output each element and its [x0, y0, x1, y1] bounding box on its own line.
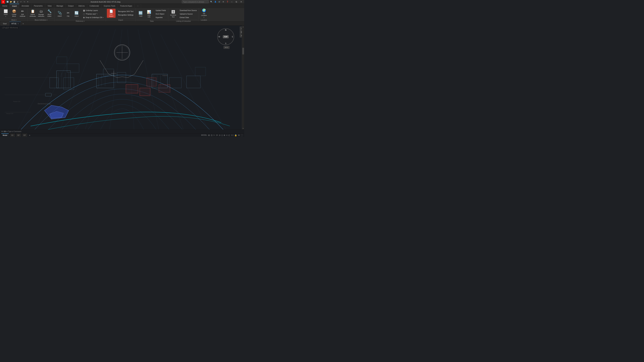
doc-tab-ht01[interactable]: HT-01 ✕	[9, 22, 21, 26]
doc-tab-ht01-close[interactable]: ✕	[18, 23, 19, 25]
command-input[interactable]	[8, 131, 243, 132]
tab-insert[interactable]: Insert	[10, 4, 19, 8]
insert-dropdown[interactable]: ▾	[5, 16, 6, 17]
undo-btn[interactable]: ↩	[20, 0, 22, 3]
doc-tab-ht01-label: HT-01	[12, 23, 16, 25]
data-link-icon: 📊	[147, 10, 151, 14]
scroll-down-btn[interactable]: ▼	[242, 127, 244, 130]
tab-output[interactable]: Output	[66, 4, 76, 8]
titlebar-left: A 🆕 📂 💾 🖨 ↩ ↪ ▾	[1, 0, 29, 4]
snap-label: Snap to Underlays ON	[86, 16, 102, 18]
help-icon[interactable]: ❓	[226, 0, 229, 3]
frames-vary-btn[interactable]: ⬚ *Frames vary* ▾	[82, 12, 105, 15]
tab-manage[interactable]: Manage	[54, 4, 66, 8]
scroll-thumb[interactable]	[242, 48, 244, 54]
polar-icon[interactable]: ⟳	[216, 134, 218, 136]
define-attr-button[interactable]: 📋 DefineAttributes	[29, 9, 37, 18]
lock-icon[interactable]: 🔒	[234, 134, 237, 136]
tab-more[interactable]: ···	[135, 4, 141, 8]
settings-icon[interactable]: ⚙	[222, 0, 225, 3]
ole-object-label: OLE Object	[156, 13, 164, 15]
customize-btn[interactable]: ▾	[26, 0, 29, 3]
search-icon[interactable]: 🔍	[210, 0, 213, 3]
tab-view[interactable]: View	[45, 4, 54, 8]
redo-btn[interactable]: ↪	[23, 0, 26, 3]
tab-annotate[interactable]: Annotate	[19, 4, 32, 8]
search-input[interactable]	[182, 0, 209, 3]
l1-tab[interactable]: L1	[10, 133, 15, 137]
tab-collaborate[interactable]: Collaborate	[87, 4, 102, 8]
linking-extra-col: Download from Source Upload to Source Ex…	[179, 9, 198, 19]
snap-icon[interactable]: ⊡	[211, 134, 212, 136]
insert-button[interactable]: ⬜ Insert ▾	[2, 9, 10, 18]
extract-data-btn[interactable]: Extract Data	[179, 16, 198, 19]
snap-icon: ⊕	[83, 16, 85, 19]
location-dropdown[interactable]: ▾	[204, 16, 204, 18]
model-tab[interactable]: Model	[1, 133, 9, 137]
restore-btn[interactable]: ⧉	[235, 0, 238, 3]
set-location-button[interactable]: 🌍 SetLocation ▾	[200, 9, 208, 18]
ribbon-group-linking-items: 🅰 CombineText Download from Source Uploa…	[169, 8, 198, 20]
ref-group-arrow[interactable]: ▾	[84, 20, 85, 22]
adjust-button[interactable]: 🔄 Adjust	[72, 9, 80, 18]
tab-parametric[interactable]: Parametric	[32, 4, 45, 8]
update-fields-btn[interactable]: Update Fields	[155, 9, 167, 12]
attach-button[interactable]: 📎 Attach	[56, 9, 64, 18]
save-btn[interactable]: 💾	[13, 0, 16, 3]
doc-tab-add[interactable]: +	[21, 22, 25, 25]
tab-express[interactable]: Express Tools	[102, 4, 118, 8]
tab-addins[interactable]: Add-ins	[76, 4, 87, 8]
block-editor-button[interactable]: 🔧 BlockEditor	[46, 9, 54, 18]
pdf-label: PDFImport	[109, 13, 113, 17]
create-block-button[interactable]: 📦 CreateBlock	[10, 9, 18, 18]
pdf-import-button[interactable]: 📄 PDFImport	[107, 9, 116, 18]
ortho-icon[interactable]: ⊢	[214, 134, 215, 136]
clip-label: Clip	[67, 15, 70, 17]
close-btn[interactable]: ✕	[240, 0, 243, 3]
plot-btn[interactable]: 🖨	[16, 0, 19, 3]
wcs-button[interactable]: WCS	[224, 46, 230, 49]
osnap-icon[interactable]: ⊙	[219, 134, 220, 136]
snap-underlays-btn[interactable]: ⊕ Snap to Underlays ON ▾	[82, 16, 105, 19]
otrack-icon[interactable]: ⟠	[222, 134, 222, 136]
l2-tab[interactable]: L2	[16, 133, 21, 137]
dyn-icon[interactable]: ⊕	[224, 134, 225, 136]
grid-icon[interactable]: ⊞	[208, 134, 210, 136]
fullscreen-icon[interactable]: ⛶	[241, 134, 243, 136]
recognition-settings-btn[interactable]: Recognition Settings	[117, 13, 134, 17]
new-btn[interactable]: 🆕	[6, 0, 9, 3]
settings-status-icon[interactable]: ⚙	[238, 134, 240, 136]
add-layout-btn[interactable]: +	[28, 134, 31, 137]
field-button[interactable]: 🔤 Field	[137, 9, 145, 18]
ole-object-btn[interactable]: OLE Object	[155, 12, 167, 15]
underlay-layers-btn[interactable]: ▦ Underlay Layers	[82, 9, 105, 12]
download-source-btn[interactable]: Download from Source	[179, 9, 198, 12]
account-icon[interactable]: 👤	[214, 0, 217, 3]
recognize-shx-btn[interactable]: Recognize SHX Text	[117, 10, 134, 13]
data-link-button[interactable]: 📊 DataLink	[145, 9, 153, 18]
hyperlink-label: Hyperlink	[156, 16, 163, 18]
scroll-up-btn[interactable]: ▲	[242, 26, 244, 28]
upload-source-btn[interactable]: Upload to Source	[179, 12, 198, 15]
block-group-arrow[interactable]: ▾	[16, 19, 17, 21]
l3-tab[interactable]: L3	[22, 133, 27, 137]
clip-button[interactable]: ✂ Clip	[64, 9, 72, 18]
combine-text-button[interactable]: 🅰 CombineText	[169, 9, 177, 18]
doc-tab-start[interactable]: Start	[1, 22, 9, 26]
minimize-btn[interactable]: ─	[230, 0, 234, 3]
ribbon-content: ⬜ Insert ▾ 📦 CreateBlock ✏ EditAttribute…	[0, 8, 244, 21]
quick-access-toolbar: 🆕 📂 💾 🖨 ↩ ↪ ▾	[6, 0, 29, 3]
open-btn[interactable]: 📂	[10, 0, 12, 3]
edit-attribute-button[interactable]: ✏ EditAttribute	[18, 9, 26, 18]
hyperlink-btn[interactable]: Hyperlink	[155, 16, 167, 19]
cmd-arrow-icon: ▾	[6, 131, 8, 132]
tab-featured[interactable]: Featured Apps	[118, 4, 135, 8]
cart-icon[interactable]: 🛒	[218, 0, 221, 3]
blockdef-group-arrow[interactable]: ▾	[47, 19, 48, 21]
tp-icon[interactable]: ⊏	[228, 134, 230, 136]
insert-label: Insert	[4, 13, 8, 15]
manage-attr-button[interactable]: 🗂 ManageAttributes	[37, 9, 45, 18]
lw-icon[interactable]: ≡	[226, 134, 228, 136]
compass-top-button[interactable]: TOP	[223, 35, 228, 38]
tab-home[interactable]: Home	[0, 4, 10, 8]
